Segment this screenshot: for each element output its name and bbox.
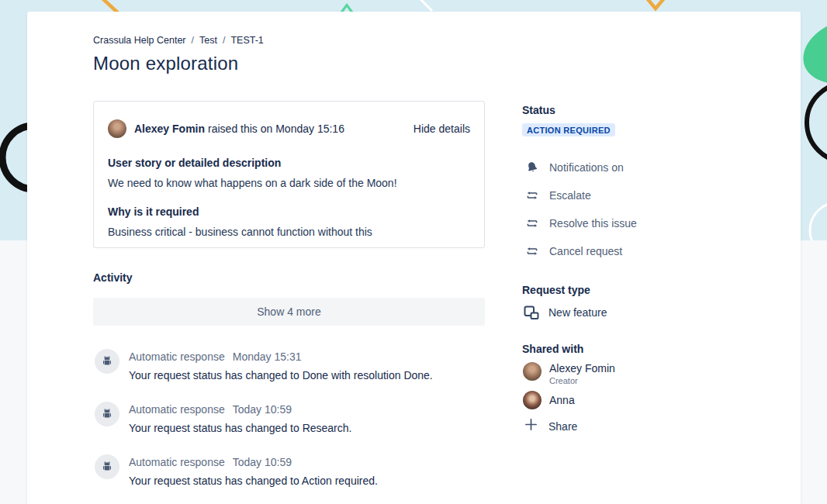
- notifications-toggle[interactable]: Notifications on: [524, 159, 624, 176]
- notifications-label: Notifications on: [549, 161, 624, 174]
- activity-item: Automatic responseToday 10:59 Your reque…: [95, 400, 486, 447]
- breadcrumb: Crassula Help Center/Test/TEST-1: [93, 35, 264, 46]
- activity-timestamp: Today 10:59: [233, 403, 292, 416]
- activity-title: Automatic responseToday 10:59: [129, 403, 292, 416]
- card-header: Alexey Fominraised this on Monday 15:16 …: [108, 119, 470, 139]
- breadcrumb-help-center-link[interactable]: Crassula Help Center: [93, 35, 186, 46]
- shared-person-row: Alexey Fomin Creator: [523, 362, 615, 385]
- raised-text: raised this on Monday 15:16: [208, 123, 344, 135]
- activity-message: Your request status has changed to Actio…: [129, 475, 378, 487]
- status-badge: ACTION REQUIRED: [522, 123, 615, 136]
- orange-chevron-shape: [643, 0, 668, 9]
- share-label: Share: [548, 420, 577, 433]
- shared-person-row: Anna: [523, 391, 575, 409]
- white-circle-shape: [810, 202, 827, 240]
- status-heading: Status: [522, 104, 555, 116]
- activity-message: Your request status has changed to Done …: [129, 369, 433, 381]
- request-type-value: New feature: [548, 306, 607, 319]
- activity-timestamp: Today 10:59: [233, 456, 292, 468]
- activity-author: Automatic response: [129, 403, 225, 416]
- activity-title: Automatic responseMonday 15:31: [129, 350, 301, 363]
- robot-icon: [95, 402, 119, 426]
- escalate-action[interactable]: Escalate: [524, 187, 591, 204]
- cancel-request-label: Cancel request: [549, 245, 622, 257]
- breadcrumb-project-link[interactable]: Test: [199, 35, 217, 46]
- shared-with-heading: Shared with: [522, 343, 583, 355]
- page-title: Moon exploration: [93, 53, 238, 74]
- bell-icon: [524, 160, 540, 175]
- plus-icon: [524, 418, 538, 434]
- activity-heading: Activity: [93, 271, 133, 284]
- field-value-description: We need to know what happens on a dark s…: [108, 177, 397, 189]
- raised-line: Alexey Fominraised this on Monday 15:16: [134, 123, 344, 135]
- activity-author: Automatic response: [129, 456, 225, 468]
- share-button[interactable]: Share: [524, 418, 577, 434]
- help-center-request-page: Crassula Help Center/Test/TEST-1 Moon ex…: [0, 0, 827, 504]
- request-details-card: Alexey Fominraised this on Monday 15:16 …: [93, 101, 485, 248]
- hide-details-button[interactable]: Hide details: [414, 123, 470, 135]
- field-value-why-required: Business critical - business cannot func…: [108, 226, 372, 238]
- request-type-row: New feature: [523, 304, 607, 321]
- person-role: Creator: [549, 376, 615, 385]
- person-avatar: [523, 362, 542, 381]
- main-panel: Crassula Help Center/Test/TEST-1 Moon ex…: [27, 12, 801, 504]
- cancel-request-action[interactable]: Cancel request: [524, 243, 622, 260]
- request-type-icon: [523, 304, 540, 321]
- breadcrumb-separator: /: [223, 35, 225, 46]
- person-name: Alexey Fomin: [549, 362, 615, 375]
- activity-item: Automatic responseMonday 15:31 Your requ…: [95, 347, 486, 394]
- activity-author: Automatic response: [129, 350, 225, 363]
- white-line-shape: [420, 0, 432, 11]
- activity-message: Your request status has changed to Resea…: [129, 422, 351, 434]
- person-name: Anna: [549, 394, 575, 406]
- black-circle-right-shape: [807, 83, 827, 162]
- escalate-label: Escalate: [549, 189, 591, 202]
- robot-icon: [95, 349, 119, 374]
- reporter-avatar: [108, 119, 126, 138]
- activity-title: Automatic responseToday 10:59: [129, 456, 292, 468]
- transition-arrows-icon: [524, 188, 540, 203]
- show-more-button[interactable]: Show 4 more: [93, 298, 485, 326]
- resolve-issue-action[interactable]: Resolve this issue: [524, 215, 637, 232]
- breadcrumb-separator: /: [192, 35, 194, 46]
- breadcrumb-issue-key: TEST-1: [230, 35, 263, 46]
- request-type-heading: Request type: [522, 284, 590, 296]
- resolve-issue-label: Resolve this issue: [549, 217, 637, 230]
- person-avatar: [523, 391, 542, 409]
- robot-icon: [95, 454, 119, 479]
- transition-arrows-icon: [524, 243, 540, 259]
- activity-timestamp: Monday 15:31: [233, 350, 302, 363]
- activity-item: Automatic responseToday 10:59 Your reque…: [95, 453, 486, 499]
- reporter-name: Alexey Fomin: [134, 123, 205, 135]
- field-label-description: User story or detailed description: [108, 157, 281, 169]
- field-label-why-required: Why is it required: [108, 205, 199, 218]
- transition-arrows-icon: [524, 216, 540, 231]
